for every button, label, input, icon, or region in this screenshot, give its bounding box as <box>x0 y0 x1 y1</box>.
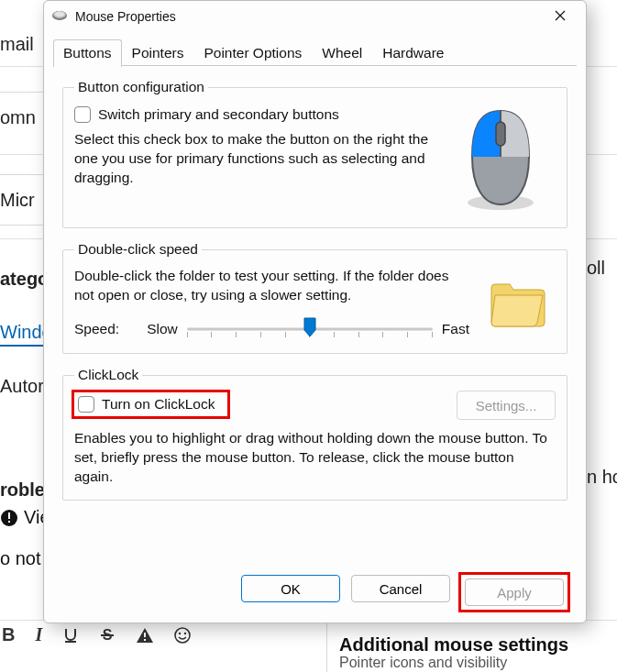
tab-strip: Buttons Pointers Pointer Options Wheel H… <box>44 39 586 66</box>
bg-right-oll: oll <box>587 258 617 279</box>
svg-point-13 <box>55 11 65 17</box>
svg-rect-1 <box>8 512 10 519</box>
mouse-properties-dialog: Mouse Properties Buttons Pointers Pointe… <box>43 0 587 623</box>
svg-point-8 <box>175 628 190 643</box>
bg-footer[interactable]: Additional mouse settings Pointer icons … <box>339 634 568 671</box>
bg-view-row: Vie <box>0 507 30 528</box>
slow-label: Slow <box>147 321 178 337</box>
bg-right-nh: n ho <box>587 467 617 488</box>
svg-point-9 <box>179 632 181 633</box>
bg-text-microsoft: Micr <box>0 174 44 226</box>
checkbox-box <box>78 396 94 413</box>
cancel-button[interactable]: Cancel <box>351 575 450 602</box>
button-config-desc: Select this check box to make the button… <box>74 130 433 188</box>
switch-buttons-checkbox[interactable]: Switch primary and secondary buttons <box>74 106 433 123</box>
svg-rect-2 <box>8 521 10 523</box>
bold-icon[interactable]: B <box>2 624 15 645</box>
warning-triangle-icon[interactable] <box>136 627 154 644</box>
italic-icon[interactable]: I <box>35 624 42 645</box>
speed-label: Speed: <box>74 321 119 337</box>
bg-text-mail: mail <box>0 18 44 70</box>
apply-button[interactable]: Apply <box>465 578 564 606</box>
svg-rect-16 <box>496 122 505 146</box>
svg-rect-6 <box>144 633 146 637</box>
clicklock-checkbox[interactable]: Turn on ClickLock <box>78 396 215 413</box>
bg-text-windows: Windo <box>0 308 44 359</box>
title-bar[interactable]: Mouse Properties <box>44 1 586 32</box>
strike-icon[interactable]: S <box>99 627 116 644</box>
tab-wheel[interactable]: Wheel <box>312 39 372 66</box>
svg-rect-7 <box>144 639 146 641</box>
double-click-speed-group: Double-click speed Double-click the fold… <box>62 241 567 354</box>
underline-icon[interactable] <box>62 627 79 644</box>
apply-highlight: Apply <box>461 575 567 610</box>
double-click-legend: Double-click speed <box>74 241 202 258</box>
fast-label: Fast <box>442 321 469 337</box>
dialog-title: Mouse Properties <box>75 9 534 24</box>
mouse-illustration <box>446 105 556 215</box>
tab-pointer-options[interactable]: Pointer Options <box>193 39 312 66</box>
bg-toolbar: B I S <box>0 624 325 645</box>
bg-footer-title: Additional mouse settings <box>339 634 568 655</box>
tab-buttons[interactable]: Buttons <box>53 39 122 67</box>
speed-slider[interactable] <box>187 318 433 340</box>
slider-thumb[interactable] <box>303 317 316 337</box>
close-button[interactable] <box>542 4 578 29</box>
clicklock-highlight: Turn on ClickLock <box>74 392 227 416</box>
ok-button[interactable]: OK <box>241 575 340 602</box>
clicklock-label: Turn on ClickLock <box>102 397 215 412</box>
emoji-icon[interactable] <box>174 627 191 644</box>
bg-footer-sub: Pointer icons and visibility <box>339 655 568 671</box>
button-configuration-group: Button configuration Switch primary and … <box>62 79 567 228</box>
clicklock-group: ClickLock Turn on ClickLock Settings... … <box>62 367 567 501</box>
tab-pointers[interactable]: Pointers <box>122 39 194 66</box>
folder-illustration[interactable] <box>482 267 556 340</box>
switch-buttons-label: Switch primary and secondary buttons <box>98 107 339 122</box>
divider <box>326 620 327 672</box>
clicklock-desc: Enables you to highlight or drag without… <box>74 429 556 487</box>
tab-content: Button configuration Switch primary and … <box>44 66 586 566</box>
dialog-button-row: OK Cancel Apply <box>44 566 586 622</box>
tab-hardware[interactable]: Hardware <box>372 39 454 66</box>
bg-text-comments: omn <box>0 92 44 143</box>
clicklock-legend: ClickLock <box>74 367 142 383</box>
svg-point-10 <box>184 632 186 633</box>
checkbox-box <box>74 106 91 123</box>
mouse-icon <box>51 9 68 25</box>
bg-text-categories: atego <box>0 253 44 304</box>
warning-icon <box>0 509 18 527</box>
clicklock-settings-button: Settings... <box>457 391 556 420</box>
close-icon <box>555 9 566 24</box>
button-configuration-legend: Button configuration <box>74 79 208 95</box>
double-click-desc: Double-click the folder to test your set… <box>74 267 469 305</box>
bg-text-automatic: Autor <box>0 360 44 412</box>
